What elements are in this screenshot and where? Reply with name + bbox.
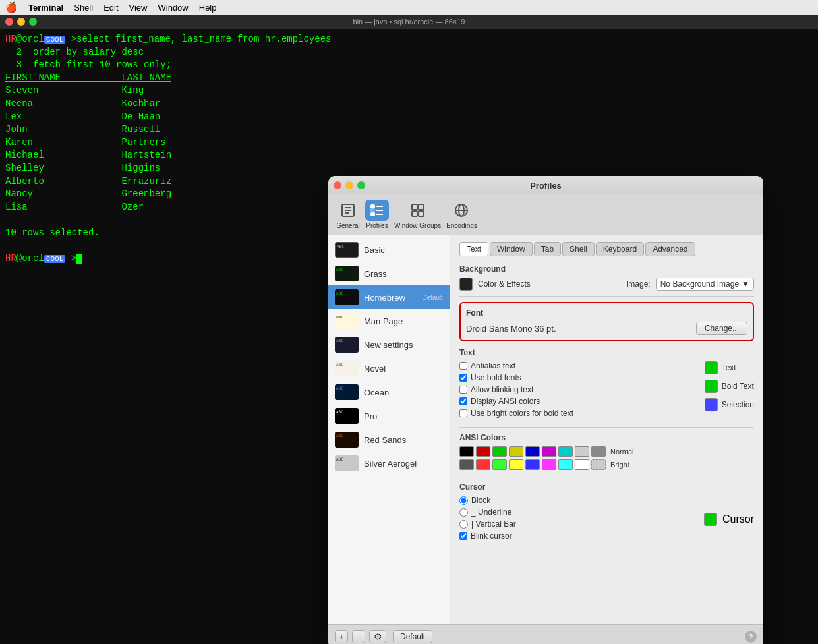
ansi-normal-row: Normal (459, 446, 754, 457)
profile-name-ocean: Ocean (364, 388, 443, 397)
minimize-button[interactable] (17, 18, 25, 26)
boldtext-color-row: Bold Text (705, 380, 754, 393)
profile-item-basic[interactable]: ABC Basic (328, 238, 450, 262)
apple-menu[interactable]: 🍎 (5, 1, 18, 13)
tab-tab[interactable]: Tab (534, 242, 561, 256)
profile-item-grass[interactable]: ABC Grass (328, 262, 450, 285)
profile-item-novel[interactable]: ABC Novel (328, 357, 450, 380)
ansi-bright-1[interactable] (476, 459, 490, 470)
ansi-checkbox[interactable] (459, 397, 467, 405)
cursor-vertbar-label: | Vertical Bar (471, 519, 516, 529)
cursor-vertbar-radio[interactable] (459, 520, 468, 529)
tab-window[interactable]: Window (490, 242, 533, 256)
encodings-icon (450, 200, 473, 221)
boldtext-color-label: Bold Text (722, 382, 754, 391)
cursor-left: Block _ Underline | Vertical Bar (459, 496, 691, 543)
profile-name-homebrew: Homebrew (364, 293, 417, 303)
bright-bold-checkbox[interactable] (459, 409, 467, 417)
text-label: Text (459, 348, 754, 357)
tab-text[interactable]: Text (459, 242, 488, 256)
cursor-vertbar-row: | Vertical Bar (459, 519, 691, 529)
ansi-bright-8[interactable] (591, 459, 606, 470)
ansi-normal-1[interactable] (476, 446, 490, 457)
ansi-bright-2[interactable] (492, 459, 507, 470)
remove-profile-button[interactable]: − (352, 630, 365, 643)
checkbox-bold-fonts: Use bold fonts (459, 373, 691, 382)
background-image-dropdown[interactable]: No Background Image ▼ (656, 278, 754, 291)
cursor-block-radio[interactable] (459, 496, 468, 505)
background-row: Color & Effects Image: No Background Ima… (459, 278, 754, 291)
profile-item-silveraerogel[interactable]: ABC Silver Aerogel (328, 452, 450, 475)
antialias-checkbox[interactable] (459, 362, 467, 370)
add-profile-button[interactable]: + (335, 630, 348, 643)
ansi-bright-0[interactable] (459, 459, 474, 470)
terminal-menu[interactable]: Terminal (28, 3, 63, 13)
dialog-close-button[interactable] (334, 181, 341, 189)
bold-fonts-checkbox[interactable] (459, 374, 467, 382)
toolbar-encodings[interactable]: Encodings (446, 200, 477, 229)
svg-rect-13 (419, 211, 424, 216)
tab-advanced[interactable]: Advanced (645, 242, 695, 256)
ansi-normal-label: Normal (608, 448, 633, 455)
ansi-normal-5[interactable] (542, 446, 556, 457)
profile-item-newsettings[interactable]: ABC New settings (328, 333, 450, 357)
cursor-color-label: Cursor (722, 513, 754, 525)
profile-item-redsands[interactable]: ABC Red Sands (328, 428, 450, 452)
cursor-blink-checkbox[interactable] (459, 532, 467, 540)
window-menu[interactable]: Window (158, 3, 189, 13)
profile-thumb-silveraerogel: ABC (335, 455, 359, 471)
close-button[interactable] (5, 18, 13, 26)
font-change-button[interactable]: Change... (696, 322, 747, 335)
profile-thumb-basic: ABC (335, 242, 359, 258)
bright-bold-label: Use bright colors for bold text (471, 409, 573, 418)
dialog-maximize-button[interactable] (357, 181, 365, 189)
default-button[interactable]: Default (393, 630, 432, 643)
ansi-bright-5[interactable] (542, 459, 556, 470)
ansi-bright-3[interactable] (509, 459, 523, 470)
tab-shell[interactable]: Shell (562, 242, 595, 256)
ansi-normal-8[interactable] (591, 446, 606, 457)
background-color-swatch[interactable] (459, 278, 473, 291)
ansi-normal-3[interactable] (509, 446, 523, 457)
toolbar-general[interactable]: General (336, 200, 360, 229)
maximize-button[interactable] (29, 18, 37, 26)
tab-keyboard[interactable]: Keyboard (596, 242, 644, 256)
settings-tabs: Text Window Tab Shell Keyboard Advanced (459, 242, 754, 256)
gear-button[interactable]: ⚙ (369, 630, 386, 643)
ansi-bright-7[interactable] (575, 459, 589, 470)
profile-name-basic: Basic (364, 245, 443, 255)
boldtext-color-swatch[interactable] (705, 380, 718, 393)
profile-name-redsands: Red Sands (364, 435, 443, 445)
profile-item-ocean[interactable]: ABC Ocean (328, 380, 450, 404)
blink-checkbox[interactable] (459, 386, 467, 394)
ansi-bright-4[interactable] (525, 459, 540, 470)
help-menu[interactable]: Help (199, 3, 217, 13)
menubar: 🍎 Terminal Shell Edit View Window Help (0, 0, 818, 15)
ansi-normal-2[interactable] (492, 446, 507, 457)
profile-name-silveraerogel: Silver Aerogel (364, 459, 443, 469)
edit-menu[interactable]: Edit (103, 3, 118, 13)
ansi-normal-7[interactable] (575, 446, 589, 457)
ansi-normal-0[interactable] (459, 446, 474, 457)
help-button[interactable]: ? (745, 631, 757, 643)
text-color-swatch[interactable] (705, 361, 718, 374)
profile-item-manpage[interactable]: man Man Page (328, 309, 450, 333)
ansi-normal-4[interactable] (525, 446, 540, 457)
profile-item-homebrew[interactable]: ABC Homebrew Default (328, 285, 450, 309)
selection-color-swatch[interactable] (705, 398, 718, 411)
view-menu[interactable]: View (129, 3, 148, 13)
selection-color-label: Selection (722, 400, 754, 409)
svg-rect-4 (371, 205, 374, 208)
ansi-bright-6[interactable] (558, 459, 573, 470)
font-section: Font Droid Sans Mono 36 pt. Change... (459, 302, 754, 341)
ansi-normal-6[interactable] (558, 446, 573, 457)
toolbar-profiles[interactable]: Profiles (365, 200, 389, 229)
shell-menu[interactable]: Shell (74, 3, 93, 13)
cursor-underline-radio[interactable] (459, 508, 468, 517)
dialog-minimize-button[interactable] (345, 181, 353, 189)
cursor-color-swatch[interactable] (704, 513, 717, 526)
font-value: Droid Sans Mono 36 pt. (466, 324, 556, 334)
toolbar-window-groups[interactable]: Window Groups (394, 200, 441, 229)
profile-item-pro[interactable]: ABC Pro (328, 404, 450, 428)
ansi-label: ANSI Colors (459, 433, 754, 442)
